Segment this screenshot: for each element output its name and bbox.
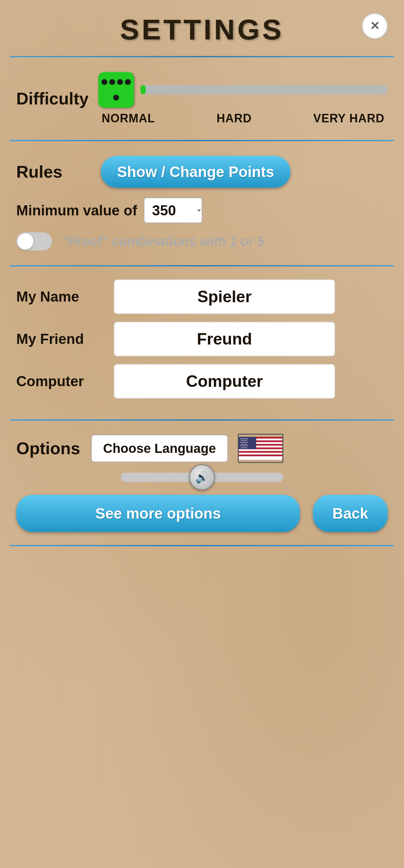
svg-text:★★★★★★: ★★★★★★	[240, 445, 248, 447]
close-button[interactable]: ✕	[362, 13, 388, 39]
toggle-thumb	[17, 233, 33, 250]
computer-row: Computer	[16, 364, 388, 399]
choose-language-button[interactable]: Choose Language	[91, 435, 228, 462]
difficulty-label: Difficulty	[16, 89, 89, 108]
difficulty-slider-wrap: NORMAL HARD VERY HARD	[98, 72, 388, 125]
svg-text:★★★★★★: ★★★★★★	[240, 438, 248, 439]
min-value-select[interactable]: 350 400 500	[144, 197, 202, 223]
difficulty-normal[interactable]: NORMAL	[101, 112, 155, 125]
rules-label: Rules	[16, 162, 88, 182]
my-friend-row: My Friend	[16, 322, 388, 356]
svg-text:★★★★★★: ★★★★★★	[240, 441, 248, 443]
volume-row: 🔊	[16, 473, 388, 482]
svg-rect-5	[239, 453, 282, 455]
min-value-row: Minimum value of 350 400 500	[16, 197, 388, 223]
difficulty-track[interactable]	[141, 85, 388, 94]
difficulty-section: Difficulty N	[10, 61, 394, 137]
dot	[117, 79, 123, 85]
volume-thumb-wrap: 🔊	[189, 464, 215, 490]
back-button[interactable]: Back	[313, 495, 388, 532]
page-title: SETTINGS	[120, 13, 284, 46]
divider-options	[10, 420, 394, 421]
my-name-row: My Name	[16, 279, 388, 314]
difficulty-labels: NORMAL HARD VERY HARD	[98, 112, 388, 125]
language-flag[interactable]: ★★★★★★ ★★★★★ ★★★★★★ ★★★★★ ★★★★★★ ★★★★★	[238, 434, 283, 463]
computer-label: Computer	[16, 373, 101, 390]
options-label: Options	[16, 439, 81, 458]
names-section: My Name My Friend Computer	[10, 270, 394, 416]
proof-toggle-label: "Proof" combinations with 1 or 5	[62, 234, 264, 249]
dot	[125, 79, 131, 85]
divider-names	[10, 265, 394, 267]
rules-section: Rules Show / Change Points Minimum value…	[10, 145, 394, 262]
difficulty-very-hard[interactable]: VERY HARD	[313, 112, 384, 125]
svg-rect-6	[239, 456, 282, 460]
dice-icon	[98, 72, 134, 108]
dot	[101, 79, 107, 85]
speaker-icon: 🔊	[195, 471, 209, 484]
svg-text:★★★★★: ★★★★★	[241, 443, 248, 445]
show-change-points-button[interactable]: Show / Change Points	[101, 156, 290, 188]
divider-bottom	[10, 545, 394, 546]
volume-thumb[interactable]: 🔊	[189, 464, 215, 490]
proof-toggle[interactable]	[16, 232, 52, 250]
divider-top	[10, 56, 394, 57]
volume-track[interactable]: 🔊	[121, 473, 283, 482]
dot	[109, 79, 115, 85]
my-name-input[interactable]	[114, 279, 335, 314]
my-name-label: My Name	[16, 288, 101, 305]
header: SETTINGS ✕	[10, 0, 394, 53]
options-top-row: Options Choose Language ★★★	[16, 434, 388, 463]
rules-row: Rules Show / Change Points	[16, 156, 388, 188]
svg-text:★★★★★: ★★★★★	[241, 447, 248, 448]
svg-rect-4	[239, 449, 282, 451]
computer-input[interactable]	[114, 364, 335, 399]
dot	[113, 95, 119, 100]
divider-rules	[10, 140, 394, 141]
options-section: Options Choose Language ★★★	[10, 424, 394, 542]
my-friend-input[interactable]	[114, 322, 335, 356]
toggle-row: "Proof" combinations with 1 or 5	[16, 232, 388, 250]
svg-text:★★★★★: ★★★★★	[241, 439, 248, 441]
bottom-buttons-row: See more options Back	[16, 495, 388, 532]
my-friend-label: My Friend	[16, 331, 101, 347]
min-value-label: Minimum value of	[16, 203, 137, 219]
see-more-options-button[interactable]: See more options	[16, 495, 300, 532]
difficulty-hard[interactable]: HARD	[217, 112, 252, 125]
close-icon: ✕	[370, 19, 380, 33]
